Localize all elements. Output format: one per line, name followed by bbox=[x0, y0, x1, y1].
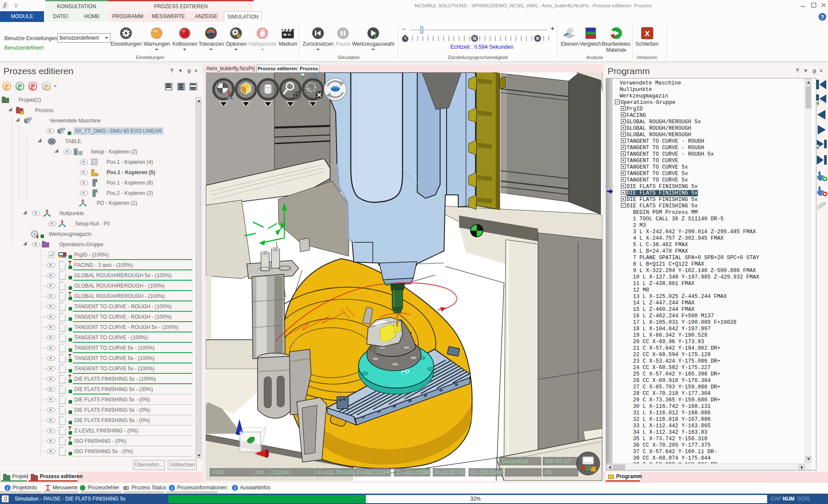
svg-text:i: i bbox=[171, 486, 173, 491]
svg-text:X: X bbox=[645, 30, 650, 38]
svg-text:i: i bbox=[234, 486, 236, 491]
svg-text:N: N bbox=[473, 36, 476, 41]
svg-text:?: ? bbox=[821, 14, 824, 20]
svg-text:i: i bbox=[7, 486, 8, 491]
